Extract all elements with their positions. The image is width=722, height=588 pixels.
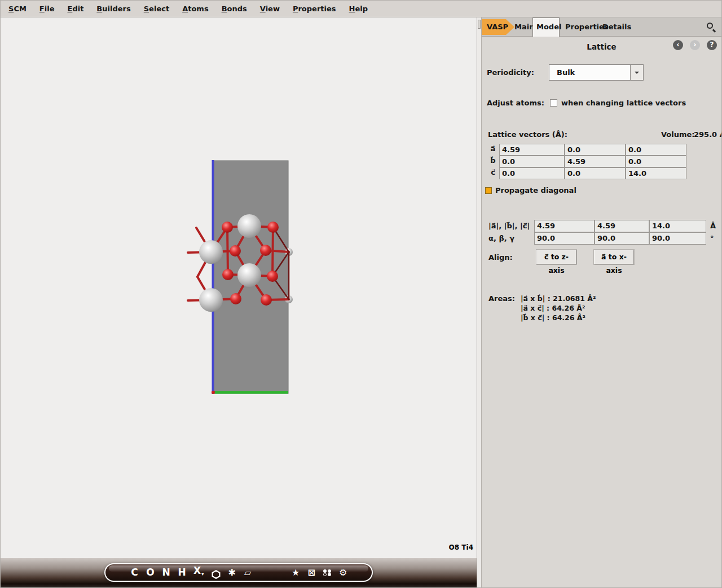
structure-tool-button[interactable]: ✱: [228, 564, 236, 581]
menu-view[interactable]: View: [257, 3, 283, 14]
vector-b-label: b⃗: [488, 156, 498, 165]
crystal-structure[interactable]: [1, 17, 477, 587]
lattice-b-z-field[interactable]: 0.0: [626, 156, 686, 167]
tab-model[interactable]: Model: [532, 17, 560, 37]
lattice-c-z-field[interactable]: 14.0: [626, 167, 686, 179]
menu-bonds[interactable]: Bonds: [219, 3, 250, 14]
propagate-diagonal-checkbox[interactable]: [485, 187, 492, 194]
lattice-a-x-field[interactable]: 4.59: [499, 144, 565, 156]
angle-beta-field[interactable]: 90.0: [595, 232, 649, 245]
vector-c-label: c⃗: [488, 168, 498, 176]
tab-vasp[interactable]: VASP: [482, 19, 514, 35]
build-toolbar: C O N H X▾ ✱ ▱ ★ ⊠ ⚙: [104, 563, 373, 582]
menu-edit[interactable]: Edit: [64, 3, 86, 14]
nav-forward-button[interactable]: ›: [690, 40, 700, 50]
degree-unit: °: [710, 234, 714, 242]
lattice-page: Lattice ‹ › ? Periodicity: Bulk Adjust a…: [482, 37, 721, 587]
element-oxygen-button[interactable]: O: [146, 564, 155, 581]
periodicity-value: Bulk: [549, 65, 630, 80]
help-button[interactable]: ?: [707, 40, 717, 50]
menu-help[interactable]: Help: [346, 3, 371, 14]
menu-atoms[interactable]: Atoms: [179, 3, 212, 14]
search-icon[interactable]: [706, 22, 716, 32]
caret-down-icon: ▾: [201, 571, 204, 577]
menu-select[interactable]: Select: [141, 3, 172, 14]
ring-tool-button[interactable]: [212, 566, 221, 579]
magnitude-b-field[interactable]: 4.59: [595, 220, 649, 232]
vector-a-label: a⃗: [488, 144, 498, 153]
adjust-atoms-checkbox[interactable]: [550, 99, 557, 107]
angle-alpha-field[interactable]: 90.0: [534, 232, 595, 245]
splitter-grip[interactable]: [478, 20, 481, 29]
lattice-a-z-field[interactable]: 0.0: [626, 144, 686, 156]
magnitude-a-field[interactable]: 4.59: [534, 220, 595, 232]
unit-cell-tool-button[interactable]: ⊠: [307, 564, 316, 581]
periodicity-dropdown[interactable]: Bulk: [549, 64, 644, 81]
magnitudes-label: |a⃗|, |b⃗|, |c⃗|: [488, 222, 530, 230]
lattice-a-y-field[interactable]: 0.0: [565, 144, 626, 156]
molecule-viewport[interactable]: O8 Ti4 C O N H X▾ ✱ ▱ ★ ⊠: [1, 17, 477, 587]
magnitude-c-field[interactable]: 14.0: [649, 220, 706, 232]
menu-bar: SCM File Edit Builders Select Atoms Bond…: [1, 1, 721, 17]
area-ab: |a⃗ x b⃗| : 21.0681 Å²: [521, 294, 596, 304]
volume-value: 295.0 Å³: [694, 130, 722, 139]
align-c-z-button[interactable]: c⃗ to z-axis: [536, 250, 576, 264]
menu-properties[interactable]: Properties: [290, 3, 339, 14]
panel-tab-bar: VASP Main Model Properties Details: [482, 17, 721, 37]
lattice-c-y-field[interactable]: 0.0: [565, 167, 626, 179]
favorites-tool-button[interactable]: ★: [292, 564, 300, 581]
lattice-c-x-field[interactable]: 0.0: [499, 167, 565, 179]
element-hydrogen-button[interactable]: H: [178, 564, 186, 581]
page-title: Lattice: [482, 42, 721, 51]
menu-scm[interactable]: SCM: [6, 3, 29, 14]
lattice-b-x-field[interactable]: 0.0: [499, 156, 565, 167]
plane-tool-button[interactable]: ▱: [244, 564, 252, 581]
settings-tool-button[interactable]: ⚙: [339, 564, 347, 581]
element-x-picker-button[interactable]: X▾: [193, 563, 204, 582]
input-panel: VASP Main Model Properties Details Latti…: [482, 17, 721, 587]
application-window: SCM File Edit Builders Select Atoms Bond…: [0, 0, 722, 588]
panel-splitter[interactable]: [477, 17, 482, 587]
angle-gamma-field[interactable]: 90.0: [649, 232, 706, 245]
menu-builders[interactable]: Builders: [94, 3, 133, 14]
lattice-vectors-label: Lattice vectors (Å):: [488, 130, 567, 139]
periodicity-label: Periodicity:: [487, 68, 534, 77]
menu-file[interactable]: File: [37, 3, 58, 14]
angstrom-unit: Å: [710, 222, 716, 230]
nav-back-button[interactable]: ‹: [673, 40, 683, 50]
propagate-diagonal-label: Propagate diagonal: [495, 186, 576, 194]
dropdown-arrow-icon[interactable]: [630, 65, 643, 80]
align-label: Align:: [488, 253, 513, 262]
area-ac: |a⃗ x c⃗| : 64.26 Å²: [521, 304, 596, 313]
areas-values: |a⃗ x b⃗| : 21.0681 Å² |a⃗ x c⃗| : 64.26…: [521, 294, 596, 323]
areas-label: Areas:: [488, 294, 515, 303]
element-nitrogen-button[interactable]: N: [162, 564, 170, 581]
element-carbon-button[interactable]: C: [130, 564, 139, 581]
volume-label: Volume:: [661, 130, 695, 139]
adjust-atoms-label: Adjust atoms:: [487, 99, 544, 107]
tab-details[interactable]: Details: [599, 17, 635, 37]
hexagon-icon: [212, 570, 221, 579]
adjust-atoms-checkbox-label: when changing lattice vectors: [561, 99, 686, 107]
align-a-x-button[interactable]: a⃗ to x-axis: [594, 250, 634, 264]
area-bc: |b⃗ x c⃗| : 64.26 Å²: [521, 313, 596, 323]
formula-status: O8 Ti4: [449, 543, 473, 551]
angles-label: α, β, γ: [488, 234, 514, 242]
lattice-b-y-field[interactable]: 4.59: [565, 156, 626, 167]
